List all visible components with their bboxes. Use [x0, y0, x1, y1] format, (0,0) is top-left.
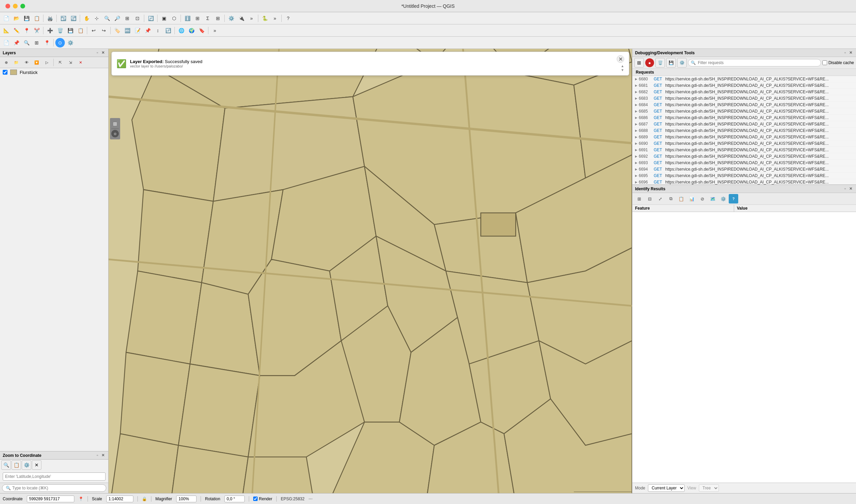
- debug-clear-btn[interactable]: 🗑️: [656, 58, 665, 68]
- identify-button[interactable]: ℹ️: [182, 14, 192, 23]
- globe-button[interactable]: 🌐: [176, 26, 186, 35]
- zoom-layer-button[interactable]: ⊡: [133, 14, 142, 23]
- rotation-input[interactable]: [224, 496, 245, 502]
- mode-select[interactable]: Current Layer: [648, 484, 685, 492]
- copy-edit-button[interactable]: 📋: [76, 26, 85, 35]
- bookmark-button[interactable]: 🔖: [197, 26, 206, 35]
- copy-feature-btn[interactable]: ⧉: [666, 194, 676, 203]
- layers-close-btn[interactable]: ✕: [101, 50, 106, 55]
- undo-edit-button[interactable]: ↩: [89, 26, 99, 35]
- zoom-to-feature-btn[interactable]: ⤢: [656, 194, 665, 203]
- more-edit-button[interactable]: »: [210, 26, 220, 35]
- request-row[interactable]: ▶ 6692 GET https://service.gdi-sh.de/SH_…: [632, 153, 856, 160]
- request-row[interactable]: ▶ 6681 GET https://service.gdi-sh.de/SH_…: [632, 83, 856, 89]
- zoom-search-btn[interactable]: 🔍: [1, 460, 11, 470]
- label-pin-button[interactable]: 📌: [143, 26, 152, 35]
- search-input[interactable]: [12, 486, 103, 490]
- circle-btn[interactable]: ⊙: [55, 38, 65, 48]
- zoom-locate-button[interactable]: 🔍: [22, 38, 31, 48]
- identify-close-btn[interactable]: ✕: [848, 186, 853, 191]
- layers-minimize-btn[interactable]: ▫: [96, 50, 99, 55]
- zoom-in-button[interactable]: 🔍: [102, 14, 112, 23]
- save-as-button[interactable]: 📋: [32, 14, 41, 23]
- identify-float-btn[interactable]: ▫: [843, 186, 847, 191]
- undo-button[interactable]: ↩️: [58, 14, 68, 23]
- collapse-all-btn[interactable]: ⇲: [66, 58, 75, 67]
- more2-button[interactable]: »: [270, 14, 280, 23]
- globe2-button[interactable]: 🌍: [187, 26, 196, 35]
- python-button[interactable]: 🐍: [260, 14, 269, 23]
- plugins-button[interactable]: 🔌: [237, 14, 246, 23]
- feature-sel-button[interactable]: ⊞: [32, 38, 41, 48]
- add-layer-btn[interactable]: ⊕: [1, 58, 11, 67]
- requests-scroll-area[interactable]: ▶ 6680 GET https://service.gdi-sh.de/SH_…: [632, 76, 856, 184]
- nav-layers-btn[interactable]: ⊞: [111, 120, 119, 127]
- request-row[interactable]: ▶ 6686 GET https://service.gdi-sh.de/SH_…: [632, 115, 856, 121]
- select-button[interactable]: ⊹: [92, 14, 102, 23]
- zoom-out-button[interactable]: 🔎: [112, 14, 122, 23]
- debug-float-btn[interactable]: ▫: [843, 50, 847, 55]
- layer-checkbox-flurstuck[interactable]: [3, 70, 7, 75]
- request-row[interactable]: ▶ 6689 GET https://service.gdi-sh.de/SH_…: [632, 134, 856, 140]
- layer-flurstuck[interactable]: Flurstück: [0, 68, 108, 76]
- expand-all-btn[interactable]: ⇱: [55, 58, 65, 67]
- add-record-button[interactable]: ➕: [45, 26, 55, 35]
- label-rotate-button[interactable]: 🔃: [163, 26, 173, 35]
- expand-layers-btn[interactable]: ▷: [42, 58, 52, 67]
- maximize-button[interactable]: [20, 4, 25, 8]
- request-row[interactable]: ▶ 6691 GET https://service.gdi-sh.de/SH_…: [632, 147, 856, 153]
- coordinate-value-input[interactable]: [27, 496, 74, 502]
- render-checkbox[interactable]: [253, 497, 258, 501]
- form-view-btn[interactable]: 📋: [677, 194, 686, 203]
- label-button[interactable]: ⊞: [213, 14, 223, 23]
- settings2-button[interactable]: ⚙️: [66, 38, 75, 48]
- request-row[interactable]: ▶ 6687 GET https://service.gdi-sh.de/SH_…: [632, 121, 856, 127]
- more-status-btn[interactable]: ⋯: [309, 497, 313, 501]
- pin-button[interactable]: 📌: [12, 38, 21, 48]
- request-row[interactable]: ▶ 6682 GET https://service.gdi-sh.de/SH_…: [632, 89, 856, 95]
- manage-layers-btn[interactable]: 👁: [22, 58, 31, 67]
- coord-button[interactable]: 📍: [42, 38, 52, 48]
- label-edit-button[interactable]: 🏷️: [112, 26, 122, 35]
- new-file-button[interactable]: 📄: [1, 14, 11, 23]
- edit-nodes-button[interactable]: ✏️: [12, 26, 21, 35]
- new-layer-button[interactable]: 📄: [1, 38, 11, 48]
- delete-button[interactable]: 🗑️: [55, 26, 65, 35]
- magnifier-input[interactable]: [176, 496, 196, 502]
- map-area[interactable]: ✅ Layer Exported: Successfully saved vec…: [109, 49, 632, 493]
- add-group-btn[interactable]: 📁: [12, 58, 21, 67]
- label3-button[interactable]: 📝: [133, 26, 142, 35]
- request-row[interactable]: ▶ 6690 GET https://service.gdi-sh.de/SH_…: [632, 140, 856, 147]
- request-row[interactable]: ▶ 6685 GET https://service.gdi-sh.de/SH_…: [632, 108, 856, 115]
- digitize2-button[interactable]: 📍: [22, 26, 31, 35]
- request-row[interactable]: ▶ 6683 GET https://service.gdi-sh.de/SH_…: [632, 95, 856, 102]
- filter-layers-btn[interactable]: 🔽: [32, 58, 41, 67]
- scroll-down-btn[interactable]: ▼: [621, 68, 624, 72]
- id-help-btn[interactable]: ?: [729, 194, 738, 203]
- request-row[interactable]: ▶ 6694 GET https://service.gdi-sh.de/SH_…: [632, 166, 856, 173]
- filter-requests-input[interactable]: [688, 59, 821, 67]
- print-button[interactable]: 🖨️: [45, 14, 55, 23]
- select-rect-button[interactable]: ▣: [159, 14, 169, 23]
- label-move-button[interactable]: ↕️: [153, 26, 162, 35]
- debug-record-btn[interactable]: ●: [645, 58, 654, 67]
- request-row[interactable]: ▶ 6693 GET https://service.gdi-sh.de/SH_…: [632, 160, 856, 166]
- request-row[interactable]: ▶ 6680 GET https://service.gdi-sh.de/SH_…: [632, 76, 856, 83]
- export-close-btn[interactable]: ✕: [617, 55, 624, 63]
- id-settings-btn[interactable]: ⚙️: [718, 194, 728, 203]
- request-row[interactable]: ▶ 6684 GET https://service.gdi-sh.de/SH_…: [632, 102, 856, 108]
- debug-save-btn[interactable]: 💾: [666, 58, 676, 68]
- scale-input[interactable]: [106, 496, 134, 502]
- expand-all-id-btn[interactable]: ⊞: [634, 194, 644, 203]
- scroll-up-btn[interactable]: ▲: [621, 64, 624, 68]
- refresh-button[interactable]: 🔄: [146, 14, 155, 23]
- select-poly-button[interactable]: ⬡: [169, 14, 179, 23]
- more-tools-button[interactable]: »: [247, 14, 256, 23]
- pan-button[interactable]: ✋: [82, 14, 91, 23]
- request-row[interactable]: ▶ 6695 GET https://service.gdi-sh.de/SH_…: [632, 173, 856, 179]
- zoom-settings-btn[interactable]: ⚙️: [22, 460, 31, 470]
- open-button[interactable]: 📂: [12, 14, 21, 23]
- zoom-close-btn[interactable]: ✕: [101, 453, 106, 458]
- disable-cache-checkbox[interactable]: [822, 60, 827, 65]
- deselect-btn[interactable]: ⊘: [698, 194, 707, 203]
